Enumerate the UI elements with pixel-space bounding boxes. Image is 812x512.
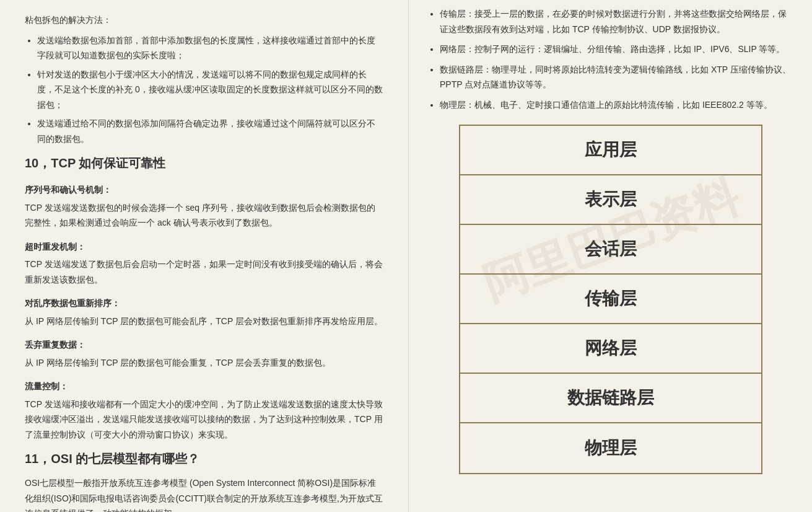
osi-layer-datalink: 数据链路层 [460, 374, 761, 423]
osi-layer-presentation: 表示层 [460, 175, 761, 225]
right-bullet-3: 数据链路层：物理寻址，同时将原始比特流转变为逻辑传输路线，比如 XTP 压缩传输… [440, 62, 793, 92]
sub5-text: TCP 发送端和接收端都有一个固定大小的缓冲空间，为了防止发送端发送数据的速度太… [25, 397, 383, 443]
sub4-text: 从 IP 网络层传输到 TCP 层的数据包可能会重复，TCP 层会丢弃重复的数据… [25, 355, 383, 371]
right-bullet-4: 物理层：机械、电子、定时接口通信信道上的原始比特流传输，比如 IEEE802.2… [440, 97, 793, 113]
sub2-title: 超时重发机制： [25, 239, 383, 255]
intro-bullet-1: 发送端给数据包添加首部，首部中添加数据包的长度属性，这样接收端通过首部中的长度字… [37, 33, 383, 63]
right-panel: 传输层：接受上一层的数据，在必要的时候对数据进行分割，并将这些数据交给网络层，保… [409, 0, 812, 512]
sub4-title: 丢弃重复数据： [25, 337, 383, 353]
sub3-text: 从 IP 网络层传输到 TCP 层的数据包可能会乱序，TCP 层会对数据包重新排… [25, 314, 383, 329]
sub3-title: 对乱序数据包重新排序： [25, 296, 383, 311]
section11-text: OSI七层模型一般指开放系统互连参考模型 (Open System Interc… [25, 475, 383, 512]
sub2-text: TCP 发送端发送了数据包后会启动一个定时器，如果一定时间没有收到接受端的确认后… [25, 257, 383, 287]
right-bullets-list: 传输层：接受上一层的数据，在必要的时候对数据进行分割，并将这些数据交给网络层，保… [427, 6, 793, 112]
intro-text: 粘包拆包的解决方法： [25, 12, 383, 28]
section10-title: 10，TCP 如何保证可靠性 [25, 152, 383, 174]
osi-layer-app: 应用层 [460, 126, 761, 175]
section11-title: 11，OSI 的七层模型都有哪些？ [25, 448, 383, 469]
osi-diagram: 应用层 表示层 会话层 传输层 网络层 数据链路层 物理层 [459, 125, 762, 474]
intro-bullet-2: 针对发送的数据包小于缓冲区大小的情况，发送端可以将不同的数据包规定成同样的长度，… [37, 67, 383, 113]
intro-bullet-3: 发送端通过给不同的数据包添加间隔符合确定边界，接收端通过这个间隔符就可以区分不同… [37, 116, 383, 146]
sub5-title: 流量控制： [25, 379, 383, 394]
right-content: 传输层：接受上一层的数据，在必要的时候对数据进行分割，并将这些数据交给网络层，保… [427, 6, 793, 474]
sub1-title: 序列号和确认号机制： [25, 182, 383, 198]
sub1-text: TCP 发送端发送数据包的时候会选择一个 seq 序列号，接收端收到数据包后会检… [25, 200, 383, 231]
right-bullet-2: 网络层：控制子网的运行：逻辑编址、分组传输、路由选择，比如 IP、IPV6、SL… [440, 42, 793, 57]
osi-layer-network: 网络层 [460, 324, 761, 374]
osi-layer-session: 会话层 [460, 225, 761, 275]
intro-bullets-list: 发送端给数据包添加首部，首部中添加数据包的长度属性，这样接收端通过首部中的长度字… [25, 33, 383, 147]
osi-layer-physical: 物理层 [460, 423, 761, 473]
osi-layer-transport: 传输层 [460, 275, 761, 324]
right-bullet-1: 传输层：接受上一层的数据，在必要的时候对数据进行分割，并将这些数据交给网络层，保… [440, 6, 793, 37]
left-panel: 粘包拆包的解决方法： 发送端给数据包添加首部，首部中添加数据包的长度属性，这样接… [0, 0, 409, 512]
